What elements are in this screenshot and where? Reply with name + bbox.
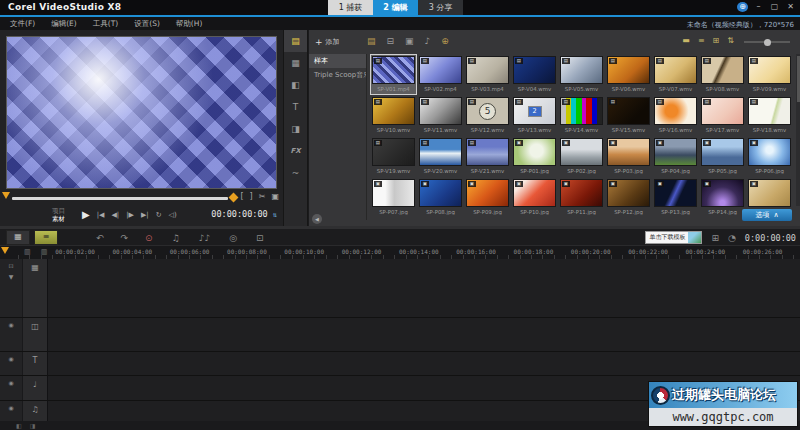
- menu-item-3[interactable]: 设置(S): [134, 19, 160, 29]
- timeline-view-button[interactable]: ≡: [34, 230, 58, 245]
- thumbnail-zoom-slider[interactable]: [744, 41, 790, 43]
- media-thumbnail[interactable]: ▣SP-P04.jpg: [653, 137, 698, 176]
- motion-path-icon[interactable]: ~: [284, 162, 307, 184]
- media-thumbnail[interactable]: ▤SP-V10.wmv: [371, 96, 416, 135]
- timecode-spinner-icon[interactable]: ⇅: [273, 211, 277, 219]
- media-thumbnail[interactable]: ▣SP-P03.jpg: [606, 137, 651, 176]
- media-thumbnail[interactable]: ▣SP-P08.jpg: [418, 178, 463, 217]
- media-thumbnail[interactable]: ▣SP-P07.jpg: [371, 178, 416, 217]
- media-thumbnail[interactable]: ▣SP-P14.jpg: [700, 178, 745, 217]
- record-capture-button[interactable]: ⊙: [145, 233, 153, 243]
- title-track-lane[interactable]: [48, 352, 800, 375]
- transition-icon[interactable]: ◧: [284, 74, 307, 96]
- enlarge-preview-button[interactable]: ▣: [271, 192, 279, 202]
- media-thumbnail[interactable]: ▤SP-V18.wmv: [747, 96, 792, 135]
- mark-in-button[interactable]: [: [240, 192, 243, 202]
- music-track-icon[interactable]: ♫: [22, 401, 48, 422]
- scroll-icon[interactable]: ◧: [16, 422, 22, 429]
- motion-tracking-button[interactable]: ◎: [229, 233, 237, 243]
- media-thumbnail[interactable]: ▤SP-V02.mp4: [418, 55, 463, 94]
- import-media-icon[interactable]: ▤: [367, 36, 376, 46]
- timeline-ruler[interactable]: ▥ ▥ 00:00:02:0000:00:04:0000:00:06:0000:…: [0, 245, 800, 260]
- trim-end-marker[interactable]: [229, 193, 239, 203]
- media-thumbnail[interactable]: ▤SP-V01.mp4: [371, 55, 416, 94]
- media-thumbnail[interactable]: ▣SP-P13.jpg: [653, 178, 698, 217]
- thumbnail-view-icon[interactable]: ▬: [682, 36, 690, 45]
- sort-icon[interactable]: ⇅: [727, 36, 734, 45]
- graphic-icon[interactable]: ◨: [284, 118, 307, 140]
- media-thumbnail[interactable]: ▤SP-V04.wmv: [512, 55, 557, 94]
- media-thumbnail[interactable]: ▤SP-V06.wmv: [606, 55, 651, 94]
- grid-view-icon[interactable]: ⊞: [713, 36, 720, 45]
- list-view-icon[interactable]: ≡: [698, 36, 705, 45]
- folder-Triple Scoop音乐[interactable]: Triple Scoop音乐: [309, 68, 366, 82]
- end-frame-button[interactable]: ▶|: [141, 211, 149, 219]
- folder-样本[interactable]: 样本: [309, 54, 366, 68]
- media-thumbnail[interactable]: ▤SP-V21.wmv: [465, 137, 510, 176]
- media-thumbnail[interactable]: ▤SP-V11.wmv: [418, 96, 463, 135]
- storyboard-view-button[interactable]: ▦: [6, 230, 30, 245]
- media-thumbnail[interactable]: ▣SP-P11.jpg: [559, 178, 604, 217]
- media-thumbnail[interactable]: ▣SP-P09.jpg: [465, 178, 510, 217]
- scroll-icon[interactable]: ◨: [30, 422, 36, 429]
- media-thumbnail[interactable]: ▣SP-P01.jpg: [512, 137, 557, 176]
- media-thumbnail[interactable]: ▤SP-V08.wmv: [700, 55, 745, 94]
- media-thumbnail[interactable]: ▣SP-P10.jpg: [512, 178, 557, 217]
- next-frame-button[interactable]: |▶: [126, 211, 134, 219]
- media-thumbnail[interactable]: ▤SP-V15.wmv: [606, 96, 651, 135]
- download-tooltip[interactable]: 单击下载模板: [645, 231, 702, 244]
- timeline-playhead[interactable]: [1, 247, 9, 254]
- minimize-icon[interactable]: –: [753, 2, 764, 12]
- media-thumbnail[interactable]: ▣SP-P06.jpg: [747, 137, 792, 176]
- media-thumbnail[interactable]: ▤5SP-V12.wmv: [465, 96, 510, 135]
- auto-music-button[interactable]: ♪♪: [199, 233, 211, 243]
- help-icon[interactable]: ⊕: [737, 2, 748, 12]
- media-thumbnail[interactable]: ▤2SP-V13.wmv: [512, 96, 557, 135]
- menu-item-2[interactable]: 工具(T): [93, 19, 118, 29]
- tab-capture[interactable]: 1 捕获: [328, 0, 373, 15]
- media-thumbnail[interactable]: ▣SP-P05.jpg: [700, 137, 745, 176]
- track-manager-button[interactable]: ⊡: [256, 233, 264, 243]
- library-scrollbar[interactable]: [796, 54, 800, 206]
- get-more-icon[interactable]: ⊕: [441, 36, 449, 46]
- project-duration-button[interactable]: ◔: [728, 233, 736, 243]
- tab-edit[interactable]: 2 编辑: [373, 0, 418, 15]
- instant-project-icon[interactable]: ▦: [284, 52, 307, 74]
- volume-button[interactable]: ◁): [169, 211, 177, 219]
- preview-timecode[interactable]: 00:00:00:00 ⇅: [211, 209, 277, 219]
- media-thumbnail[interactable]: ▣SP-P02.jpg: [559, 137, 604, 176]
- media-thumbnail[interactable]: ▤SP-V14.wmv: [559, 96, 604, 135]
- playhead-marker[interactable]: [2, 192, 10, 199]
- track-manager-icon[interactable]: ⊡: [8, 262, 13, 269]
- close-icon[interactable]: ✕: [785, 2, 796, 12]
- media-thumbnail[interactable]: ▤SP-V19.wmv: [371, 137, 416, 176]
- media-thumbnail[interactable]: ▤SP-V17.wmv: [700, 96, 745, 135]
- tab-share[interactable]: 3 分享: [418, 0, 463, 15]
- mark-out-button[interactable]: ]: [250, 192, 253, 202]
- eye-icon[interactable]: ◉: [8, 321, 13, 328]
- home-button[interactable]: |◀: [97, 211, 105, 219]
- media-thumbnail[interactable]: ▤SP-V09.wmv: [747, 55, 792, 94]
- preview-video[interactable]: [6, 36, 277, 189]
- media-icon[interactable]: ▤: [284, 30, 307, 52]
- project-duration-timecode[interactable]: 0:00:00:00: [745, 233, 796, 243]
- play-button[interactable]: ▶: [82, 209, 90, 220]
- slider-handle[interactable]: [764, 39, 771, 46]
- redo-button[interactable]: ↷: [121, 233, 129, 243]
- show-audio-icon[interactable]: ♪: [425, 36, 431, 46]
- options-button[interactable]: 选项 ∧: [742, 209, 792, 221]
- sound-mixer-button[interactable]: ♫: [172, 233, 180, 243]
- overlay-track-icon[interactable]: ◫: [22, 318, 48, 351]
- restore-icon[interactable]: ▢: [769, 2, 780, 12]
- mode-项目[interactable]: 项目: [52, 207, 65, 215]
- undo-button[interactable]: ↶: [96, 233, 104, 243]
- title-icon[interactable]: T: [284, 96, 307, 118]
- overlay-track-lane[interactable]: [48, 318, 800, 351]
- eye-icon[interactable]: ◉: [8, 355, 13, 362]
- filter-icon[interactable]: FX: [284, 140, 307, 162]
- media-thumbnail[interactable]: ▤SP-V07.wmv: [653, 55, 698, 94]
- show-photos-icon[interactable]: ▣: [405, 36, 414, 46]
- split-clip-button[interactable]: ✂: [259, 192, 266, 202]
- media-thumbnail[interactable]: ▣SP-P12.jpg: [606, 178, 651, 217]
- menu-item-0[interactable]: 文件(F): [10, 19, 35, 29]
